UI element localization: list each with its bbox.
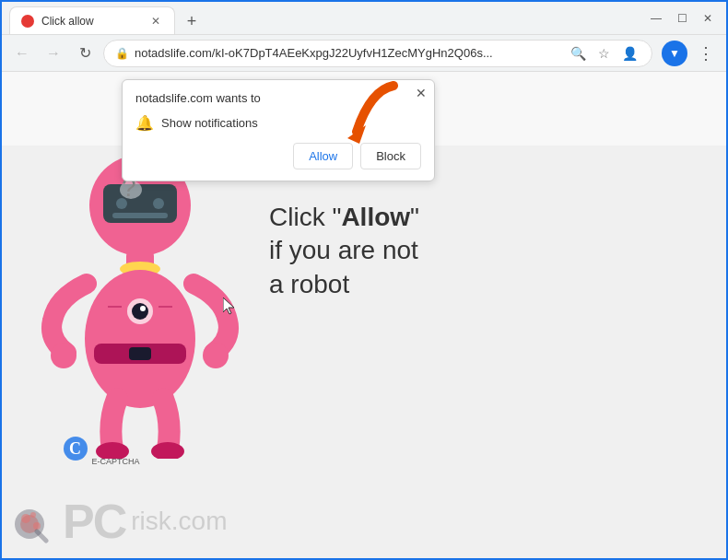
tab-favicon bbox=[21, 15, 34, 28]
refresh-button[interactable]: ↻ bbox=[72, 41, 98, 66]
browser-window: Click allow ✕ + — ☐ ✕ ← → ↻ 🔒 notadslife… bbox=[0, 0, 728, 560]
active-tab[interactable]: Click allow ✕ bbox=[9, 6, 175, 34]
lock-icon: 🔒 bbox=[115, 47, 129, 60]
bookmark-icon[interactable]: ☆ bbox=[593, 42, 615, 64]
profile-icon[interactable]: 👤 bbox=[618, 42, 640, 64]
ecaptcha-text: E-CAPTCHA bbox=[92, 457, 140, 466]
pcrisk-logo: PC risk.com bbox=[11, 494, 227, 549]
svg-point-13 bbox=[51, 343, 76, 368]
svg-point-20 bbox=[132, 303, 148, 320]
svg-point-5 bbox=[153, 198, 164, 209]
pcrisk-pc-text: PC bbox=[63, 494, 125, 549]
svg-point-14 bbox=[203, 343, 229, 368]
orange-arrow bbox=[343, 81, 407, 158]
bell-icon: 🔔 bbox=[135, 114, 154, 132]
close-button[interactable]: ✕ bbox=[697, 7, 719, 29]
maximize-button[interactable]: ☐ bbox=[671, 7, 693, 29]
mouse-cursor bbox=[223, 298, 238, 316]
title-bar: Click allow ✕ + — ☐ ✕ bbox=[2, 2, 726, 35]
back-button[interactable]: ← bbox=[9, 41, 35, 66]
pcrisk-icon bbox=[11, 498, 57, 544]
popup-show-text: Show notifications bbox=[161, 116, 258, 130]
tab-title: Click allow bbox=[41, 15, 141, 28]
instruction-prefix: Click " bbox=[269, 203, 341, 231]
svg-point-31 bbox=[33, 522, 41, 530]
instruction-line3: a robot bbox=[269, 268, 419, 301]
tab-close-button[interactable]: ✕ bbox=[148, 14, 163, 29]
pcrisk-com-text: risk.com bbox=[131, 507, 227, 536]
svg-line-32 bbox=[37, 531, 46, 541]
svg-point-29 bbox=[21, 514, 30, 523]
svg-point-30 bbox=[30, 512, 36, 518]
url-action-icons: 🔍 ☆ 👤 bbox=[567, 42, 640, 64]
search-icon[interactable]: 🔍 bbox=[567, 42, 589, 64]
instruction-allow-word: Allow bbox=[341, 203, 410, 231]
svg-rect-12 bbox=[129, 347, 151, 360]
svg-text:C: C bbox=[69, 439, 81, 458]
chrome-dropdown-button[interactable]: ▼ bbox=[662, 41, 687, 66]
popup-close-button[interactable]: ✕ bbox=[416, 86, 427, 100]
window-controls: — ☐ ✕ bbox=[645, 7, 719, 29]
click-allow-instruction: Click "Allow" if you are not a robot bbox=[269, 201, 419, 301]
svg-point-21 bbox=[140, 306, 146, 311]
url-text: notadslife.com/kI-oK7DpT4AEeKxpgJ22UyfvH… bbox=[135, 46, 561, 60]
pcrisk-watermark: PC risk.com bbox=[2, 475, 726, 558]
more-options-button[interactable]: ⋮ bbox=[693, 41, 719, 66]
instruction-suffix: " bbox=[410, 203, 419, 231]
instruction-line1: Click "Allow" bbox=[269, 201, 419, 234]
svg-marker-24 bbox=[223, 298, 234, 314]
svg-rect-6 bbox=[112, 213, 168, 218]
page-content: ✕ notadslife.com wants to 🔔 Show notific… bbox=[2, 72, 726, 558]
ecaptcha-label: C E-CAPTCHA bbox=[62, 435, 140, 466]
instruction-line2: if you are not bbox=[269, 234, 419, 267]
svg-point-10 bbox=[85, 270, 195, 408]
address-bar: ← → ↻ 🔒 notadslife.com/kI-oK7DpT4AEeKxpg… bbox=[2, 35, 726, 72]
minimize-button[interactable]: — bbox=[645, 7, 667, 29]
url-bar[interactable]: 🔒 notadslife.com/kI-oK7DpT4AEeKxpgJ22Uyf… bbox=[103, 40, 652, 67]
new-tab-button[interactable]: + bbox=[179, 8, 205, 34]
tab-area: Click allow ✕ + bbox=[9, 2, 638, 34]
forward-button[interactable]: → bbox=[41, 41, 66, 66]
